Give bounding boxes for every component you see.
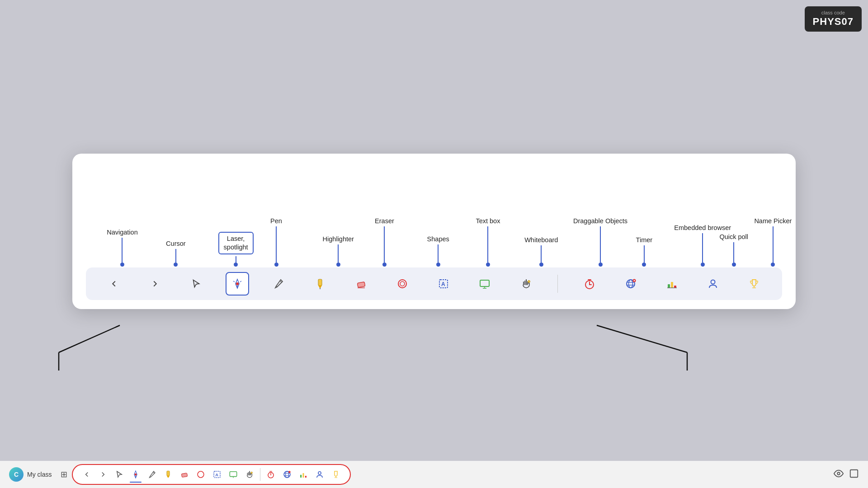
svg-text:A: A — [441, 281, 445, 287]
svg-point-38 — [711, 280, 715, 284]
svg-rect-9 — [318, 279, 322, 286]
tooltip-pen: Pen — [270, 217, 282, 267]
bottom-draggable[interactable] — [243, 469, 256, 480]
svg-marker-49 — [167, 476, 170, 478]
tooltip-quickpoll: Quick poll — [719, 233, 748, 267]
bottom-whiteboard[interactable] — [226, 469, 240, 480]
grid-button[interactable]: ⊞ — [61, 469, 67, 479]
svg-rect-18 — [480, 280, 489, 286]
laser-tool-button[interactable] — [226, 272, 249, 296]
tooltip-draggable: Draggable Objects — [573, 217, 627, 267]
browser-tool-button[interactable] — [619, 272, 642, 296]
tooltip-toolbar: A — [86, 267, 782, 300]
svg-text:A: A — [216, 473, 219, 477]
timer-tool-button[interactable] — [578, 272, 601, 296]
cursor-tool-button[interactable] — [184, 272, 208, 296]
bottom-shapes[interactable] — [194, 469, 208, 480]
app-logo: C — [9, 467, 24, 482]
eraser-tool-button[interactable] — [349, 272, 373, 296]
bottom-browser[interactable] — [280, 469, 294, 480]
tooltip-laser: Laser,spotlight — [218, 232, 254, 267]
namepicker-tool-button[interactable] — [701, 272, 725, 296]
bottom-laser[interactable] — [129, 469, 142, 480]
bottom-back[interactable] — [80, 469, 94, 479]
toolbar-separator — [557, 275, 558, 293]
bottom-forward[interactable] — [96, 469, 110, 479]
svg-point-5 — [236, 282, 239, 285]
tooltip-navigation: Navigation — [107, 229, 138, 267]
fullscreen-button[interactable] — [849, 469, 859, 481]
class-code-value: PHYS07 — [813, 16, 854, 28]
svg-rect-72 — [850, 469, 858, 477]
bottom-eraser[interactable] — [178, 469, 191, 480]
draggable-tool-button[interactable] — [514, 272, 538, 296]
svg-marker-45 — [117, 471, 122, 477]
whiteboard-tool-button[interactable] — [473, 272, 496, 296]
tooltip-timer: Timer — [636, 236, 653, 267]
svg-point-15 — [400, 282, 405, 286]
bottom-separator — [260, 468, 260, 481]
leaderboard-tool-button[interactable] — [742, 272, 766, 296]
svg-rect-67 — [305, 476, 307, 478]
tooltip-whiteboard: Whiteboard — [524, 236, 558, 267]
tooltip-textbox: Text box — [476, 217, 500, 267]
bottom-timer[interactable] — [264, 469, 278, 480]
forward-button[interactable] — [143, 272, 167, 296]
svg-point-51 — [198, 471, 204, 478]
svg-point-21 — [528, 281, 530, 283]
class-code-label: class code — [821, 10, 845, 16]
quickpoll-tool-button[interactable] — [660, 272, 684, 296]
svg-rect-12 — [357, 282, 365, 288]
svg-rect-66 — [303, 473, 304, 478]
tooltip-shapes: Shapes — [427, 235, 449, 267]
svg-point-46 — [135, 474, 137, 476]
bottom-bar-right — [834, 469, 859, 481]
tooltip-eraser: Eraser — [375, 217, 394, 267]
svg-rect-35 — [671, 282, 673, 288]
pen-tool-button[interactable] — [267, 272, 290, 296]
svg-rect-54 — [230, 472, 237, 477]
shapes-tool-button[interactable] — [391, 272, 414, 296]
svg-rect-34 — [668, 284, 670, 288]
view-toggle-button[interactable] — [834, 469, 844, 481]
back-button[interactable] — [102, 272, 126, 296]
svg-point-28 — [628, 280, 632, 288]
bottom-textbox[interactable]: A — [210, 469, 224, 480]
tooltip-panel: Navigation Cursor Laser,spotlight Pen Hi… — [72, 154, 796, 309]
svg-rect-65 — [301, 475, 302, 478]
svg-point-61 — [286, 471, 289, 478]
bottom-leaderboard[interactable] — [329, 469, 343, 480]
highlighter-tool-button[interactable] — [308, 272, 332, 296]
svg-rect-36 — [674, 286, 676, 288]
tooltip-namepicker: Name Picker — [754, 217, 792, 267]
svg-point-56 — [251, 472, 253, 474]
svg-line-7 — [233, 281, 235, 282]
bottom-poll[interactable] — [297, 469, 310, 480]
svg-point-14 — [398, 280, 406, 288]
bottom-red-toolbar: A — [72, 464, 351, 485]
bottom-highlighter[interactable] — [161, 469, 175, 480]
tooltip-cursor: Cursor — [166, 240, 186, 267]
svg-line-8 — [240, 281, 241, 282]
bottom-bar: C My class ⊞ — [0, 461, 868, 488]
bottom-namepicker[interactable] — [313, 469, 326, 480]
textbox-tool-button[interactable]: A — [432, 272, 455, 296]
svg-rect-50 — [182, 473, 188, 478]
my-class-label: My class — [27, 471, 52, 478]
bottom-cursor[interactable] — [113, 469, 126, 479]
svg-marker-4 — [193, 280, 199, 287]
svg-marker-10 — [318, 286, 322, 288]
svg-point-68 — [318, 472, 321, 474]
svg-point-71 — [837, 472, 840, 475]
class-code-badge: class code PHYS07 — [805, 6, 862, 32]
svg-point-64 — [289, 471, 291, 473]
tooltip-highlighter: Highlighter — [323, 235, 354, 267]
svg-rect-48 — [167, 471, 170, 476]
bottom-pen[interactable] — [145, 469, 159, 480]
